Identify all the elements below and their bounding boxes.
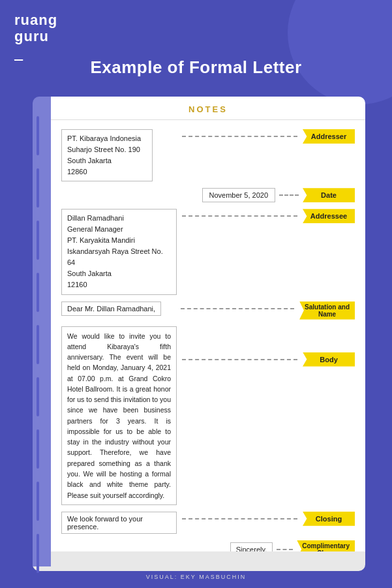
spine-line [37,273,39,312]
spine-line [37,534,39,573]
closing-row: We look forward to your presence. Closin… [61,512,355,534]
addresser-box: PT. Kibaraya Indonesia Suharjo Street No… [61,129,153,181]
footer-credit: VISUAL: EKY MASBUCHIN [0,574,392,580]
letter-card-bottom [33,551,365,571]
addresser-row: PT. Kibaraya Indonesia Suharjo Street No… [61,129,355,181]
spine-line [37,482,39,521]
body-content: We would like to invite you to attend Ki… [61,326,177,505]
date-box: November 5, 2020 [202,188,276,202]
spine-line [37,325,39,364]
addressee-box: Dillan Ramadhani General Manager PT. Kar… [61,209,177,294]
spine-line [37,429,39,469]
addressee-row: Dillan Ramadhani General Manager PT. Kar… [61,209,355,294]
body-label: Body [303,352,355,367]
addressee-dash [182,215,297,217]
logo: ruang guru_ [14,12,57,61]
date-dash [279,194,299,196]
salutation-dash [181,308,295,309]
date-content: November 5, 2020 Date [202,188,355,202]
spine-line [37,377,39,416]
bg-decoration [288,0,392,104]
salutation-box: Dear Mr. Dillan Ramadhani, [61,302,161,316]
date-row: November 5, 2020 Date [61,188,355,202]
addresser-label: Addresser [303,129,355,144]
salutation-label: Salutation andName [299,302,355,320]
salutation-content: Dear Mr. Dillan Ramadhani, [61,302,175,316]
spine-line [37,116,39,155]
body-text: We would like to invite you to attend Ki… [61,326,177,505]
body-row: We would like to invite you to attend Ki… [61,326,355,505]
closing-content: We look forward to your presence. [61,512,177,534]
closing-box: We look forward to your presence. [61,512,177,534]
addresser-content: PT. Kibaraya Indonesia Suharjo Street No… [61,129,177,181]
spine-line [37,221,39,260]
date-label: Date [303,188,355,202]
addresser-dash [182,136,297,137]
body-dash [182,359,297,360]
letter-body: PT. Kibaraya Indonesia Suharjo Street No… [51,120,365,566]
addressee-label: Addressee [303,209,355,223]
logo-line2: guru_ [14,28,57,61]
notes-header: NOTES [51,97,365,120]
letter-content: NOTES PT. Kibaraya Indonesia Suharjo Str… [51,97,365,566]
addressee-content: Dillan Ramadhani General Manager PT. Kar… [61,209,177,294]
spine-line [37,168,39,208]
comp-dash [277,549,293,550]
page-title: Example of Formal Letter [0,57,392,78]
notebook-spine [33,97,51,566]
logo-line1: ruang [14,12,57,28]
closing-dash [182,518,297,519]
salutation-row: Dear Mr. Dillan Ramadhani, Salutation an… [61,302,355,320]
closing-label: Closing [303,512,355,526]
